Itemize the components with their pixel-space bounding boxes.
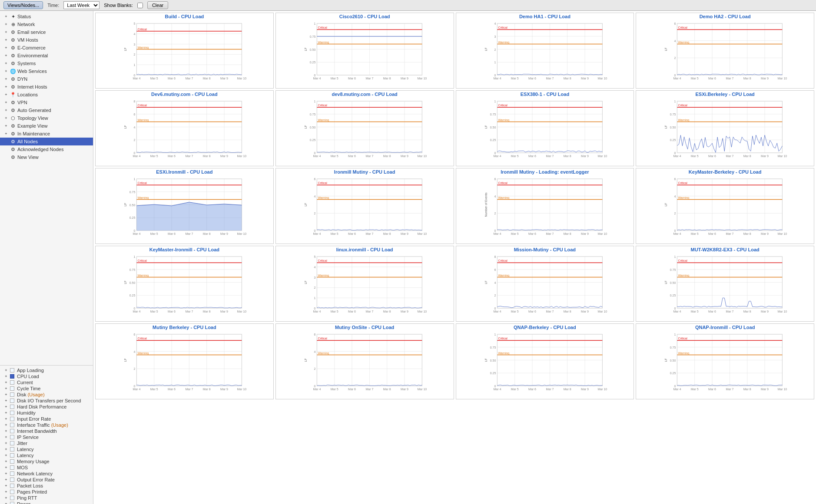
chart-container[interactable]: Build - CPU Load012345Mar 4Mar 5Mar 6Mar… xyxy=(95,13,274,89)
svg-text:Mar 9: Mar 9 xyxy=(401,310,408,313)
time-select[interactable]: Last Week Last Hour Last Day Last Month xyxy=(63,1,100,9)
sidebar-item-inmaintenance[interactable]: +⚙In Maintenance xyxy=(0,130,93,138)
views-nodes-button[interactable]: Views/Nodes... xyxy=(3,1,43,9)
sidebar-item-status[interactable]: +✦Status xyxy=(0,13,93,20)
expand-icon-locations[interactable]: + xyxy=(3,92,9,97)
expand-icon-topologyview[interactable]: + xyxy=(3,115,9,121)
metric-item-pingrtt[interactable]: +Ping RTT xyxy=(0,495,93,501)
sidebar-item-webservices[interactable]: +🌐Web Services xyxy=(0,67,93,75)
expand-icon-dyn[interactable]: + xyxy=(3,76,9,82)
chart-container[interactable]: QNAP-Ironmill - CPU Load00.250.500.751Ma… xyxy=(636,323,814,399)
gear-icon: ⚙ xyxy=(10,131,16,137)
metric-item-ipservice[interactable]: +IP Service xyxy=(0,434,93,440)
metric-item-apploading[interactable]: +App Loading xyxy=(0,367,93,373)
sidebar-item-locations[interactable]: +📍Locations xyxy=(0,91,93,99)
sidebar-item-network[interactable]: +⊕Network xyxy=(0,20,93,28)
metric-item-latency2[interactable]: +Latency xyxy=(0,452,93,458)
sidebar-item-environmental[interactable]: +⚙Environmental xyxy=(0,52,93,59)
sidebar-item-dyn[interactable]: +⚙DYN xyxy=(0,75,93,83)
metric-item-mos[interactable]: +MOS xyxy=(0,464,93,471)
svg-text:Mar 9: Mar 9 xyxy=(401,77,408,80)
chart-container[interactable]: ESXi.Ironmill - CPU Load00.250.500.751Ma… xyxy=(95,168,274,244)
chart-container[interactable]: Demo HA1 - CPU Load01234Mar 4Mar 5Mar 6M… xyxy=(456,13,634,89)
chart-container[interactable]: KeyMaster-Ironmill - CPU Load00.250.500.… xyxy=(95,246,274,322)
svg-text:LF: LF xyxy=(484,280,488,284)
metric-item-networklatency[interactable]: +Network Latency xyxy=(0,471,93,477)
chart-container[interactable]: Cisco2610 - CPU Load00.250.500.751Mar 4M… xyxy=(275,13,454,89)
expand-icon-acknowledgednodes[interactable] xyxy=(3,147,9,152)
clear-button[interactable]: Clear xyxy=(147,1,168,9)
metric-item-cpuload[interactable]: +CPU Load xyxy=(0,373,93,379)
expand-icon-environmental[interactable]: + xyxy=(3,53,9,58)
chart-container[interactable]: Ironmill Mutiny - CPU Load0246Mar 4Mar 5… xyxy=(275,168,454,244)
chart-container[interactable]: ESXi.Berkeley - CPU Load00.250.500.751Ma… xyxy=(636,90,814,166)
svg-text:Critical: Critical xyxy=(318,259,327,262)
sidebar-item-ecommerce[interactable]: +⚙E-Commerce xyxy=(0,44,93,52)
sidebar-item-email[interactable]: +⚙Email service xyxy=(0,28,93,36)
expand-icon-email[interactable]: + xyxy=(3,30,9,35)
chart-container[interactable]: Demo HA2 - CPU Load0246Mar 4Mar 5Mar 6Ma… xyxy=(636,13,814,89)
svg-text:0.25: 0.25 xyxy=(670,138,676,142)
sidebar-item-internethosts[interactable]: +⚙Internet Hosts xyxy=(0,83,93,91)
chart-container[interactable]: Mutiny Berkeley - CPU Load0246Mar 4Mar 5… xyxy=(95,323,274,399)
chart-container[interactable]: MUT-W2K8R2-EX3 - CPU Load00.250.500.751M… xyxy=(636,246,814,322)
svg-text:Mar 6: Mar 6 xyxy=(708,77,716,80)
svg-text:Mar 4: Mar 4 xyxy=(133,155,140,158)
expand-icon-vpn[interactable]: + xyxy=(3,100,9,105)
metric-item-memoryusage[interactable]: +Memory Usage xyxy=(0,458,93,464)
metric-item-cycletime[interactable]: +Cycle Time xyxy=(0,385,93,392)
expand-icon-exampleview[interactable]: + xyxy=(3,123,9,128)
metric-item-outputerror[interactable]: +Output Error Rate xyxy=(0,477,93,483)
svg-text:4: 4 xyxy=(133,350,135,353)
expand-icon-allnodes[interactable] xyxy=(3,139,9,144)
expand-icon-ecommerce[interactable]: + xyxy=(3,45,9,50)
svg-text:0: 0 xyxy=(133,74,135,77)
sidebar-item-exampleview[interactable]: +⚙Example View xyxy=(0,122,93,130)
chart-container[interactable]: Dev6.mutiny.com - CPU Load02468Mar 4Mar … xyxy=(95,90,274,166)
chart-container[interactable]: Mutiny OnSite - CPU Load0246Mar 4Mar 5Ma… xyxy=(275,323,454,399)
metric-item-jitter[interactable]: +Jitter xyxy=(0,440,93,446)
sidebar-item-topologyview[interactable]: +⬡Topology View xyxy=(0,114,93,122)
metric-item-pagesprinted[interactable]: +Pages Printed xyxy=(0,489,93,495)
metric-item-humidity[interactable]: +Humidity xyxy=(0,410,93,416)
expand-icon-webservices[interactable]: + xyxy=(3,69,9,74)
chart-container[interactable]: linux.ironmill - CPU Load012345Mar 4Mar … xyxy=(275,246,454,322)
sidebar-item-newview[interactable]: ⚙New View xyxy=(0,153,93,161)
expand-icon-vmhosts[interactable]: + xyxy=(3,37,9,43)
svg-text:4: 4 xyxy=(674,195,676,198)
chart-container[interactable]: ESX380-1 - CPU Load00.250.500.751Mar 4Ma… xyxy=(456,90,634,166)
sidebar-item-allnodes[interactable]: ⚙All Nodes xyxy=(0,138,93,145)
svg-text:LF: LF xyxy=(484,358,488,362)
sidebar-item-systems[interactable]: +⚙Systems xyxy=(0,59,93,67)
metric-item-packetloss[interactable]: +Packet Loss xyxy=(0,483,93,489)
sidebar-item-acknowledgednodes[interactable]: ⚙Acknowledged Nodes xyxy=(0,145,93,153)
metric-item-iftraffic[interactable]: +Interface Traffic (Usage) xyxy=(0,422,93,428)
expand-icon-autogenerated[interactable]: + xyxy=(3,108,9,113)
metric-item-disk-usage[interactable]: +Disk (Usage) xyxy=(0,392,93,398)
chart-container[interactable]: QNAP-Berkeley - CPU Load00.250.500.751Ma… xyxy=(456,323,634,399)
expand-icon-inmaintenance[interactable]: + xyxy=(3,131,9,136)
expand-icon-network[interactable]: + xyxy=(3,22,9,27)
metric-item-power[interactable]: +Power xyxy=(0,501,93,504)
chart-container[interactable]: KeyMaster-Berkeley - CPU Load0246Mar 4Ma… xyxy=(636,168,814,244)
metric-item-diskio[interactable]: +Disk I/O Transfers per Second xyxy=(0,398,93,404)
svg-text:Mar 8: Mar 8 xyxy=(203,77,211,80)
sidebar-item-vmhosts[interactable]: +⚙VM Hosts xyxy=(0,36,93,44)
chart-container[interactable]: dev8.mutiny.com - CPU Load00.250.500.751… xyxy=(275,90,454,166)
show-blanks-checkbox[interactable] xyxy=(137,3,143,8)
sidebar-item-vpn[interactable]: +⚙VPN xyxy=(0,99,93,106)
svg-text:Mar 9: Mar 9 xyxy=(401,155,408,158)
expand-icon-internethosts[interactable]: + xyxy=(3,84,9,89)
chart-container[interactable]: Ironmill Mutiny - Loading: eventLogger02… xyxy=(456,168,634,244)
expand-icon-systems[interactable]: + xyxy=(3,61,9,66)
sidebar-item-autogenerated[interactable]: +⚙Auto Generated xyxy=(0,106,93,114)
metric-item-current[interactable]: +Current xyxy=(0,379,93,385)
chart-container[interactable]: Mission-Mutiny - CPU Load02468Mar 4Mar 5… xyxy=(456,246,634,322)
expand-icon-newview[interactable] xyxy=(3,155,9,160)
metric-item-ibandwidth[interactable]: +Internet Bandwidth xyxy=(0,428,93,434)
expand-icon-status[interactable]: + xyxy=(3,14,9,19)
metric-item-latency1[interactable]: +Latency xyxy=(0,446,93,452)
metric-item-harddisk[interactable]: +Hard Disk Performance xyxy=(0,404,93,410)
svg-text:4: 4 xyxy=(494,195,496,198)
metric-item-inputerror[interactable]: +Input Error Rate xyxy=(0,416,93,422)
